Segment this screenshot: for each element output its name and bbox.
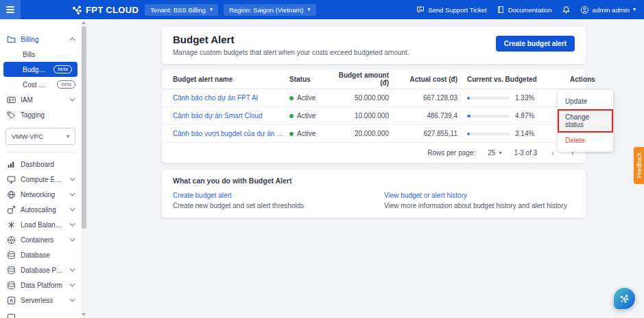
- tag-icon: [7, 111, 16, 120]
- sidebar-item-label: Cost Explorer: [23, 81, 49, 89]
- chevron-up-icon: [69, 37, 75, 41]
- progress-bar: [467, 133, 510, 135]
- sidebar-item-dashboard[interactable]: Dashboard: [0, 157, 81, 172]
- support-ticket-label: Send Support Ticket: [428, 6, 487, 14]
- caret-down-icon: ▾: [499, 150, 501, 156]
- budget-alert-name-link[interactable]: Cảnh báo vượt bugdet của dự án FCI: [173, 130, 289, 137]
- sidebar-item-compute-engine[interactable]: Compute Engine: [0, 172, 81, 187]
- menu-toggle-button[interactable]: [0, 0, 21, 19]
- menu-item-update[interactable]: Update: [558, 93, 613, 109]
- tenant-selector[interactable]: Tenant: BSS Billing ▾: [145, 4, 218, 16]
- sidebar-item-serverless[interactable]: Serverless: [0, 293, 81, 308]
- brand-logo[interactable]: FPT CLOUD: [71, 4, 139, 16]
- scrollbar-thumb[interactable]: [82, 26, 86, 229]
- database-icon: [7, 251, 16, 260]
- sidebar-item-budget-alert[interactable]: Budget Alert beta: [3, 62, 77, 77]
- sidebar-item-label: Data Platform: [21, 282, 62, 289]
- budget-alert-table: Budget alert name Status Budget amount (…: [161, 69, 586, 163]
- sidebar: Billing Bills Budget Alert beta Cost Exp…: [0, 19, 81, 318]
- previous-page-button[interactable]: ‹: [549, 148, 556, 158]
- col-budget-alert-name: Budget alert name: [173, 76, 289, 83]
- chevron-down-icon: [69, 192, 75, 196]
- rows-per-page-select[interactable]: 25 ▾: [488, 149, 501, 157]
- vpc-selector-value: VMW-VPC: [12, 133, 43, 140]
- budget-alert-name-link[interactable]: Cảnh báo dự án Smart Cloud: [173, 112, 289, 120]
- caret-down-icon: ▾: [210, 7, 213, 12]
- documentation-button[interactable]: Documentation: [497, 5, 552, 14]
- bell-icon: [562, 5, 571, 14]
- region-selector[interactable]: Region: Saigon (Vietnam) ▾: [224, 4, 316, 16]
- table-pagination: Rows per page: 25 ▾ 1-3 of 3 ‹ ›: [162, 143, 586, 163]
- progress-label: 3.14%: [515, 130, 534, 137]
- status-dot: [289, 114, 294, 118]
- progress-bar: [467, 97, 510, 100]
- sidebar-item-iam[interactable]: IAM: [0, 92, 81, 107]
- create-budget-alert-description: Create new budget and set alert threshol…: [173, 202, 363, 209]
- fpt-assistant-icon: [619, 293, 630, 304]
- progress-bar: [467, 115, 510, 117]
- billing-icon: [7, 35, 16, 44]
- info-col-history: View budget or alert history View more i…: [384, 192, 575, 209]
- create-budget-alert-link[interactable]: Create budget alert: [173, 192, 363, 199]
- region-label: Region: Saigon (Vietnam): [229, 6, 304, 14]
- feedback-tab[interactable]: Feedback: [634, 147, 644, 184]
- top-header: FPT CLOUD Tenant: BSS Billing ▾ Region: …: [0, 0, 644, 19]
- user-menu[interactable]: admin admin ▾: [580, 5, 636, 14]
- vpc-selector[interactable]: VMW-VPC ▾: [5, 128, 75, 145]
- create-budget-alert-button[interactable]: Create budget alert: [496, 36, 575, 52]
- sidebar-scrollbar[interactable]: [81, 19, 87, 318]
- networking-icon: [7, 190, 16, 199]
- sidebar-item-billing[interactable]: Billing: [0, 32, 81, 47]
- sidebar-item-bills[interactable]: Bills: [0, 47, 81, 62]
- chevron-down-icon: [69, 268, 75, 272]
- sidebar-item-label: IAM: [21, 96, 33, 104]
- col-actual-cost: Actual cost (đ): [398, 76, 467, 83]
- sidebar-item-containers[interactable]: Containers: [0, 232, 81, 247]
- sidebar-item-load-balancer[interactable]: Load Balancer: [0, 217, 81, 232]
- notifications-button[interactable]: [562, 5, 571, 14]
- scroll-up-icon[interactable]: [82, 21, 86, 24]
- sidebar-item-database[interactable]: Database: [0, 247, 81, 262]
- database-platform-icon: [7, 266, 16, 275]
- sidebar-item-label: Billing: [21, 36, 39, 43]
- actual-cost-value: 627.855,11: [398, 130, 467, 137]
- sidebar-item-label: Networking: [21, 191, 55, 198]
- actual-cost-value: 486.739,4: [398, 112, 467, 120]
- info-panel-heading: What can you do with Budget Alert: [173, 177, 575, 185]
- menu-item-change-status[interactable]: Change status: [558, 109, 613, 133]
- chevron-down-icon: [69, 238, 75, 242]
- col-budget-amount: Budget amount (đ): [333, 71, 398, 87]
- sidebar-item-networking[interactable]: Networking: [0, 187, 81, 202]
- beta-badge: beta: [57, 80, 75, 89]
- dashboard-icon: [7, 160, 16, 169]
- status-dot: [289, 132, 294, 136]
- budget-amount-value: 50.000.000: [333, 94, 398, 102]
- sidebar-item-partial[interactable]: [0, 309, 81, 318]
- chat-assistant-button[interactable]: [614, 288, 635, 309]
- data-platform-icon: [7, 281, 16, 290]
- view-history-link[interactable]: View budget or alert history: [384, 192, 575, 199]
- caret-down-icon: ▾: [308, 7, 311, 12]
- brand-name: FPT CLOUD: [86, 5, 139, 15]
- compute-engine-icon: [7, 175, 16, 184]
- tenant-label: Tenant: BSS Billing: [150, 6, 206, 14]
- sidebar-item-tagging[interactable]: Tagging: [0, 107, 81, 122]
- scroll-down-icon[interactable]: [82, 313, 86, 316]
- budget-alert-name-link[interactable]: Cảnh báo cho dự án FPT AI: [173, 94, 289, 102]
- table-row: Cảnh báo dự án Smart Cloud Active 10.000…: [162, 107, 586, 125]
- sidebar-item-database-platform[interactable]: Database Platform: [0, 262, 81, 277]
- send-support-ticket-button[interactable]: Send Support Ticket: [416, 5, 487, 14]
- sidebar-item-data-platform[interactable]: Data Platform: [0, 277, 81, 293]
- user-name: admin admin: [593, 6, 630, 14]
- sidebar-item-cost-explorer[interactable]: Cost Explorer beta: [0, 77, 81, 92]
- menu-item-delete[interactable]: Delete: [558, 133, 613, 148]
- status-label: Active: [297, 94, 315, 102]
- chevron-down-icon: [69, 283, 75, 287]
- sidebar-item-autoscaling[interactable]: Autoscaling: [0, 202, 81, 217]
- info-panel: What can you do with Budget Alert Create…: [161, 169, 586, 218]
- chevron-down-icon: [69, 298, 75, 302]
- hamburger-icon: [6, 9, 14, 10]
- caret-down-icon: ▾: [67, 134, 69, 139]
- sidebar-item-label: Budget Alert: [23, 66, 46, 73]
- sidebar-item-label: Autoscaling: [21, 206, 56, 214]
